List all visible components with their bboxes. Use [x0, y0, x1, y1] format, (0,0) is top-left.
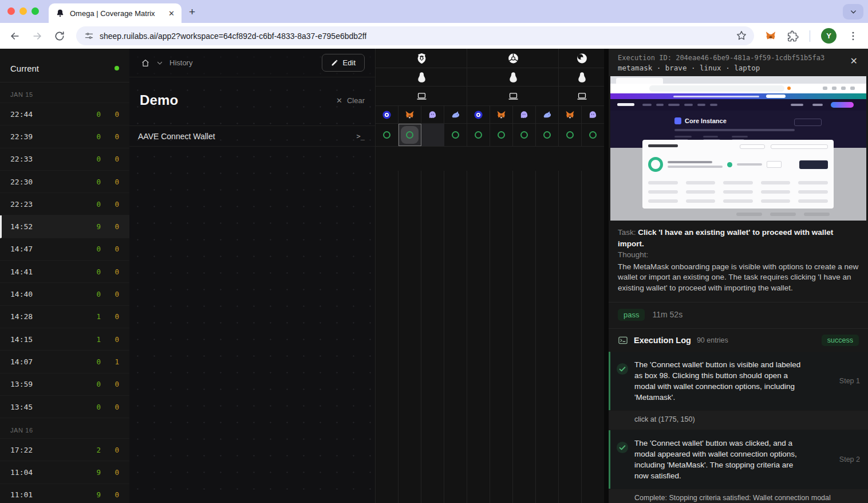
matrix-cell[interactable]: [467, 124, 490, 146]
run-list-item[interactable]: 14:4100: [0, 261, 129, 283]
run-list-item[interactable]: 13:5900: [0, 374, 129, 396]
run-counts: 10: [82, 312, 119, 321]
history-panel: History Edit Demo ✕ Clear AAVE Connect W…: [129, 49, 375, 503]
execution-log-list: The 'Connect wallet' button is visible a…: [609, 352, 868, 503]
run-list-item[interactable]: 14:0701: [0, 351, 129, 373]
home-icon[interactable]: [141, 58, 150, 68]
browser-tab[interactable]: Omega | Coverage Matrix ✕: [49, 3, 182, 23]
run-list-item[interactable]: 14:2810: [0, 306, 129, 328]
chevron-down-icon[interactable]: [156, 60, 163, 66]
execution-panel: Execution ID: 204eae46-6be9-481a-9f59-1c…: [609, 49, 868, 503]
task-text: Click 'I have an existing wallet' to pro…: [618, 228, 833, 248]
matrix-cell[interactable]: [490, 124, 513, 146]
breadcrumb[interactable]: History: [169, 58, 192, 67]
matrix-header-row: [376, 49, 604, 68]
run-list-item[interactable]: 22:3300: [0, 148, 129, 171]
run-list-item[interactable]: 22:3900: [0, 125, 129, 148]
fail-count: 0: [101, 380, 119, 388]
pass-count: 9: [82, 490, 101, 499]
url-text: sheep.ruilabs.ai/app2?workspace=64cf892d…: [100, 32, 366, 41]
edit-button[interactable]: Edit: [322, 54, 365, 72]
pencil-icon: [331, 59, 338, 66]
run-counts: 90: [82, 490, 119, 499]
run-list-item[interactable]: 14:4000: [0, 283, 129, 305]
thumb-browser-tabstrip: [610, 76, 866, 84]
run-time: 22:44: [10, 110, 33, 119]
date-section-label: JAN 16: [0, 418, 129, 439]
matrix-cell[interactable]: [535, 124, 558, 146]
run-time: 22:23: [10, 200, 33, 209]
clear-button[interactable]: ✕ Clear: [336, 96, 365, 105]
success-badge: success: [822, 335, 859, 346]
pass-ring-icon: [452, 131, 459, 139]
penguin-icon: [507, 71, 519, 83]
run-list-item[interactable]: 17:2220: [0, 439, 129, 461]
new-tab-button[interactable]: +: [189, 6, 195, 18]
thumb-content: [610, 148, 866, 221]
window-zoom-button[interactable]: [31, 7, 39, 15]
run-list-item[interactable]: 13:4500: [0, 396, 129, 418]
task-label: Task:: [618, 228, 636, 237]
metamask-extension-icon[interactable]: [765, 30, 776, 42]
matrix-cell[interactable]: [399, 124, 421, 146]
pass-ring-icon: [520, 131, 528, 139]
run-list-item[interactable]: 11:0190: [0, 484, 129, 503]
pass-count: 0: [82, 380, 101, 388]
run-list-item[interactable]: 22:3000: [0, 171, 129, 193]
pass-ring-icon: [406, 131, 413, 139]
run-list-item[interactable]: 11:0490: [0, 461, 129, 484]
thumb-banner: [610, 93, 866, 99]
execution-id: Execution ID: 204eae46-6be9-481a-9f59-1c…: [618, 54, 859, 62]
live-status-dot: [115, 66, 119, 70]
clear-x-icon: ✕: [336, 96, 342, 105]
matrix-cell[interactable]: [581, 124, 604, 146]
tab-search-button[interactable]: [843, 4, 863, 19]
run-list-item[interactable]: 14:1510: [0, 328, 129, 351]
site-settings-icon[interactable]: [84, 31, 94, 41]
log-step-text: The 'Connect wallet' button is visible a…: [634, 359, 805, 403]
pass-count: 0: [82, 178, 101, 186]
fail-count: 0: [101, 110, 119, 119]
forward-button[interactable]: [31, 30, 43, 42]
profile-avatar[interactable]: Y: [821, 28, 837, 44]
run-time: 14:07: [10, 357, 33, 366]
metamask-icon: [558, 106, 581, 123]
browser-menu-icon[interactable]: [847, 30, 859, 42]
matrix-cell[interactable]: [376, 124, 399, 146]
fail-count: 0: [101, 268, 119, 276]
penguin-icon: [576, 71, 588, 83]
task-name: AAVE Connect Wallet: [138, 132, 215, 141]
task-row[interactable]: AAVE Connect Wallet >_: [129, 126, 375, 147]
run-list-item[interactable]: 14:5290: [0, 215, 129, 238]
window-minimize-button[interactable]: [19, 7, 27, 15]
run-list-item[interactable]: 22:2300: [0, 193, 129, 215]
matrix-cell[interactable]: [558, 124, 581, 146]
bookmark-star-icon[interactable]: [736, 30, 747, 41]
execution-log-header: Execution Log 90 entries success: [609, 329, 868, 352]
back-button[interactable]: [9, 30, 21, 42]
matrix-cell[interactable]: [444, 124, 467, 146]
step-label: Step 1: [839, 377, 860, 385]
run-list-item[interactable]: 14:4700: [0, 238, 129, 261]
reload-button[interactable]: [54, 30, 65, 42]
date-section-label: JAN 15: [0, 82, 129, 103]
matrix-cell[interactable]: [421, 124, 444, 146]
close-icon[interactable]: ✕: [850, 56, 858, 66]
current-run-item[interactable]: Current: [0, 54, 129, 82]
run-time: 22:39: [10, 132, 33, 141]
log-step-entry[interactable]: The 'Connect wallet' button is visible a…: [609, 352, 868, 411]
extensions-puzzle-icon[interactable]: [787, 30, 799, 42]
tab-close-icon[interactable]: ✕: [168, 9, 175, 18]
check-icon: [616, 363, 629, 375]
window-close-button[interactable]: [7, 7, 15, 15]
brave-icon: [416, 52, 428, 64]
thumb-heading: Core Instance: [685, 117, 727, 124]
duration-text: 11m 52s: [652, 310, 682, 319]
matrix-cell[interactable]: [512, 124, 535, 146]
fail-count: 0: [101, 178, 119, 186]
log-step-entry[interactable]: The 'Connect wallet' button was clicked,…: [609, 430, 868, 489]
pass-count: 0: [82, 110, 101, 119]
screenshot-thumbnail[interactable]: Core Instance: [610, 76, 866, 221]
run-list-item[interactable]: 22:4400: [0, 103, 129, 125]
address-bar[interactable]: sheep.ruilabs.ai/app2?workspace=64cf892d…: [76, 26, 754, 45]
